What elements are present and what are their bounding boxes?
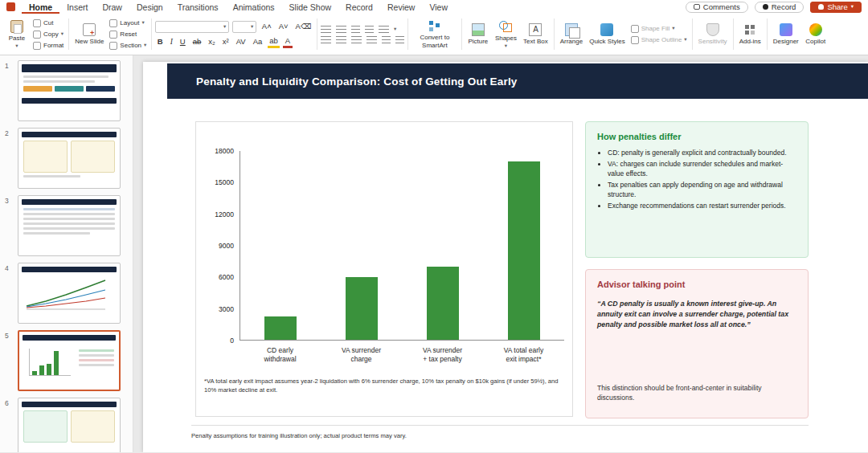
character-spacing-button[interactable]: AV [234, 37, 248, 47]
penalty-bullet: CD: penalty is generally explicit and co… [608, 149, 796, 157]
paste-button[interactable]: Paste▾ [4, 19, 30, 50]
decrease-font-button[interactable]: A˅ [276, 22, 290, 31]
shapes-button[interactable]: Shapes▾ [493, 19, 519, 50]
quick-styles-button[interactable]: Quick Styles [587, 22, 627, 46]
advisor-note: This distinction should be front-and-cen… [597, 384, 796, 403]
penalty-bullet: Exchange recommendations can restart sur… [608, 202, 796, 210]
chart-plot [240, 151, 564, 341]
line-spacing-button[interactable] [379, 26, 389, 33]
change-case-button[interactable]: Aa [251, 37, 264, 47]
tab-design[interactable]: Design [129, 0, 170, 14]
text-direction-button[interactable] [395, 36, 404, 43]
chart-bar-1[interactable] [264, 316, 297, 340]
tab-record[interactable]: Record [338, 0, 380, 14]
bullets-button[interactable] [321, 26, 331, 33]
thumbnail-slide-5[interactable]: 5 [5, 330, 133, 391]
italic-button[interactable]: I [168, 37, 174, 47]
columns-button[interactable] [382, 36, 391, 43]
advisor-box[interactable]: Advisor talking point “A CD penalty is u… [585, 269, 809, 418]
shape-fill-button[interactable]: Shape Fill▾ [629, 25, 689, 33]
copilot-button[interactable]: Copilot [803, 22, 829, 46]
increase-font-button[interactable]: A˄ [260, 22, 273, 31]
slide-footer: Penalty assumptions for training illustr… [191, 425, 809, 439]
x-category-label: VA total earlyexit impact* [483, 341, 564, 364]
copy-button[interactable]: Copy▾ [31, 31, 65, 39]
share-icon [818, 4, 824, 10]
chart-x-labels: CD earlywithdrawalVA surrenderchargeVA s… [240, 341, 564, 364]
tab-animations[interactable]: Animations [226, 0, 282, 14]
font-size-select[interactable]: ▾ [232, 21, 256, 33]
ribbon-tabs: HomeInsertDrawDesignTransitionsAnimation… [22, 0, 455, 14]
record-label: Record [772, 2, 796, 11]
convert-smartart-button[interactable]: Convert to SmartArt [411, 18, 458, 49]
font-color-button[interactable]: A [283, 36, 292, 48]
thumbnail-slide-6[interactable]: 6 [5, 398, 133, 452]
format-painter-button[interactable]: Format [31, 42, 65, 50]
cut-button[interactable]: Cut [31, 19, 65, 27]
slide-number: 5 [5, 330, 18, 391]
reset-button[interactable]: Reset [108, 31, 148, 39]
chevron-down-icon: ▾ [684, 37, 686, 43]
designer-button[interactable]: Designer [771, 22, 801, 46]
tab-review[interactable]: Review [380, 0, 422, 14]
text-box-icon [529, 23, 542, 36]
align-left-button[interactable] [321, 36, 331, 43]
align-center-button[interactable] [336, 36, 346, 43]
chart-bar-4[interactable] [508, 161, 540, 340]
arrange-button[interactable]: Arrange [558, 22, 585, 46]
tab-view[interactable]: View [422, 0, 455, 14]
add-ins-button[interactable]: Add-ins [737, 22, 764, 46]
add-ins-icon [743, 23, 756, 36]
numbering-button[interactable] [336, 26, 346, 33]
superscript-button[interactable]: x² [220, 37, 231, 47]
section-button[interactable]: Section▾ [108, 42, 148, 50]
thumb-preview [18, 195, 121, 256]
chart-bar-3[interactable] [427, 267, 459, 340]
tab-slide-show[interactable]: Slide Show [282, 0, 339, 14]
record-button[interactable]: Record [755, 2, 805, 13]
thumbnail-slide-1[interactable]: 1 [5, 60, 133, 121]
text-highlight-button[interactable]: ab [268, 36, 280, 48]
align-right-button[interactable] [351, 36, 362, 43]
bar-chart[interactable]: 1800015000120009000600030000 CD earlywit… [195, 121, 573, 417]
advisor-quote: “A CD penalty is usually a known interes… [597, 299, 796, 331]
clear-formatting-button[interactable]: A⌫ [293, 22, 313, 31]
decrease-indent-button[interactable] [351, 26, 360, 33]
tab-draw[interactable]: Draw [95, 0, 129, 14]
slide-canvas[interactable]: Penalty and Liquidity Comparison: Cost o… [133, 55, 868, 452]
picture-button[interactable]: Picture [465, 22, 491, 46]
penalties-box[interactable]: How penalties differ CD: penalty is gene… [585, 121, 809, 258]
thumb-preview [18, 330, 121, 391]
font-name-select[interactable]: ▾ [155, 21, 229, 33]
penalty-bullet: Tax penalties can apply depending on age… [608, 181, 796, 199]
justify-button[interactable] [366, 36, 377, 43]
ribbon: Paste▾ Cut Copy▾ Format New Slide Layout… [0, 14, 868, 55]
thumb-preview [18, 60, 121, 121]
shape-outline-button[interactable]: Shape Outline▾ [629, 36, 689, 44]
comments-button[interactable]: Comments [686, 2, 748, 13]
underline-button[interactable]: U [178, 37, 187, 47]
chevron-down-icon: ▾ [223, 24, 226, 30]
share-button[interactable]: Share ▾ [810, 2, 862, 13]
layout-icon [109, 19, 117, 27]
tab-insert[interactable]: Insert [59, 0, 95, 14]
tab-transitions[interactable]: Transitions [170, 0, 226, 14]
tab-home[interactable]: Home [22, 0, 59, 14]
chart-bar-2[interactable] [346, 277, 378, 340]
shape-fill-icon [631, 25, 639, 33]
new-slide-button[interactable]: New Slide [72, 22, 106, 46]
thumbnail-slide-4[interactable]: 4 [5, 263, 133, 324]
advisor-box-title: Advisor talking point [597, 280, 796, 289]
layout-button[interactable]: Layout▾ [108, 19, 148, 27]
sensitivity-button[interactable]: Sensitivity [696, 22, 730, 46]
copilot-icon [809, 23, 822, 36]
strikethrough-button[interactable]: ab [190, 37, 203, 47]
slide-5[interactable]: Penalty and Liquidity Comparison: Cost o… [143, 62, 868, 452]
text-box-button[interactable]: Text Box [521, 22, 551, 46]
bold-button[interactable]: B [155, 37, 165, 47]
thumbnail-slide-2[interactable]: 2 [5, 128, 133, 189]
increase-indent-button[interactable] [365, 26, 374, 33]
thumbnail-slide-3[interactable]: 3 [5, 195, 133, 256]
subscript-button[interactable]: x₂ [207, 37, 217, 47]
slide-title-bar[interactable]: Penalty and Liquidity Comparison: Cost o… [167, 63, 868, 99]
